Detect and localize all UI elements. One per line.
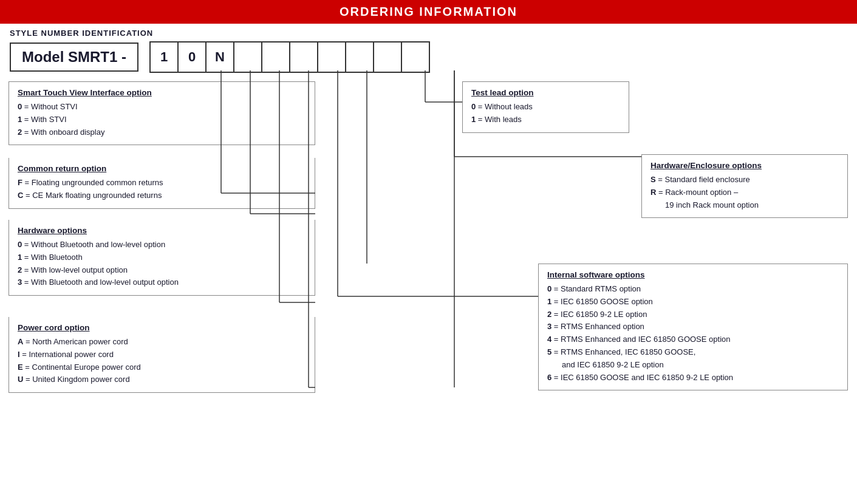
hw-desc-3: = With Bluetooth and low-level output op… (24, 278, 179, 287)
page-header: ORDERING INFORMATION (0, 0, 857, 24)
enclosure-desc-r: = Rack-mount option – (658, 188, 738, 197)
smart-touch-view-title: Smart Touch View Interface option (18, 88, 306, 97)
power-desc-i: = International power cord (22, 350, 114, 359)
digit-8 (345, 41, 374, 73)
hw-item-1: 1 = With Bluetooth (18, 251, 306, 264)
hw-item-3: 3 = With Bluetooth and low-level output … (18, 276, 306, 289)
common-return-desc-f: = Floating ungrounded common returns (25, 178, 163, 187)
digit-1: 1 (149, 41, 179, 73)
digit-2: 0 (177, 41, 207, 73)
internal-sw-title: Internal software options (547, 270, 839, 279)
digit-3: N (205, 41, 234, 73)
sw-desc-3: = RTMS Enhanced option (554, 322, 644, 331)
sw-key-5: 5 (547, 347, 551, 356)
sw-desc-4: = RTMS Enhanced and IEC 61850 GOOSE opti… (554, 335, 731, 344)
sw-desc-0: = Standard RTMS option (554, 284, 641, 293)
power-desc-e: = Continental Europe power cord (25, 363, 140, 372)
sw-key-3: 3 (547, 322, 551, 331)
enclosure-item-s: S = Standard field enclosure (650, 174, 839, 186)
style-section: STYLE NUMBER IDENTIFICATION Model SMRT1 … (0, 24, 857, 81)
sw-key-1: 1 (547, 297, 551, 306)
hw-desc-0: = Without Bluetooth and low-level option (24, 240, 165, 249)
stvi-item-0: 0 = Without STVI (18, 101, 306, 114)
internal-sw-box: Internal software options 0 = Standard R… (538, 264, 848, 390)
sw-desc-5: = RTMS Enhanced, IEC 61850 GOOSE, (554, 347, 696, 356)
power-item-u: U = United Kingdom power cord (18, 373, 306, 386)
hw-item-0: 0 = Without Bluetooth and low-level opti… (18, 239, 306, 251)
stvi-item-2: 2 = With onboard display (18, 126, 306, 139)
stvi-key-0: 0 (18, 102, 22, 111)
hw-item-2: 2 = With low-level output option (18, 264, 306, 277)
sw-desc-5-cont: and IEC 61850 9-2 LE option (562, 360, 664, 369)
common-return-desc-c: = CE Mark floating ungrounded returns (26, 191, 162, 200)
sw-key-6: 6 (547, 373, 551, 382)
power-item-e: E = Continental Europe power cord (18, 361, 306, 374)
sw-desc-2: = IEC 61850 9-2 LE option (554, 310, 647, 319)
stvi-desc-0: = Without STVI (24, 102, 78, 111)
common-return-key-f: F (18, 178, 22, 187)
power-desc-a: = North American power cord (26, 337, 128, 346)
common-return-key-c: C (18, 191, 23, 200)
sw-item-0: 0 = Standard RTMS option (547, 283, 839, 296)
model-prefix: Model SMRT1 - (10, 43, 138, 72)
stvi-desc-2: = With onboard display (24, 128, 105, 137)
style-number-label: STYLE NUMBER IDENTIFICATION (10, 29, 847, 38)
hardware-options-title: Hardware options (18, 226, 306, 235)
common-return-box: Common return option F = Floating ungrou… (9, 158, 315, 209)
test-lead-desc-1: = With leads (478, 115, 522, 124)
sw-item-1: 1 = IEC 61850 GOOSE option (547, 296, 839, 308)
digit-9 (373, 41, 402, 73)
stvi-desc-1: = With STVI (24, 115, 67, 124)
sw-item-3: 3 = RTMS Enhanced option (547, 321, 839, 333)
hw-key-0: 0 (18, 240, 22, 249)
sw-item-6: 6 = IEC 61850 GOOSE and IEC 61850 9-2 LE… (547, 372, 839, 384)
test-lead-key-0: 0 (471, 102, 476, 111)
test-lead-item-1: 1 = With leads (471, 114, 620, 126)
sw-key-2: 2 (547, 310, 551, 319)
enclosure-desc-s: = Standard field enclosure (658, 175, 749, 184)
digit-7 (317, 41, 346, 73)
sw-key-4: 4 (547, 335, 551, 344)
model-row: Model SMRT1 - 1 0 N (10, 41, 847, 73)
enclosure-key-r: R (650, 188, 656, 197)
digit-4 (233, 41, 262, 73)
enclosure-item-r-cont: 19 inch Rack mount option (650, 199, 839, 212)
test-lead-item-0: 0 = Without leads (471, 101, 620, 114)
sw-key-0: 0 (547, 284, 551, 293)
test-lead-key-1: 1 (471, 115, 476, 124)
power-key-a: A (18, 337, 23, 346)
sw-item-4: 4 = RTMS Enhanced and IEC 61850 GOOSE op… (547, 333, 839, 346)
power-item-i: I = International power cord (18, 349, 306, 361)
sw-item-2: 2 = IEC 61850 9-2 LE option (547, 308, 839, 321)
stvi-item-1: 1 = With STVI (18, 114, 306, 126)
hw-desc-2: = With low-level output option (24, 265, 128, 274)
common-return-title: Common return option (18, 164, 306, 173)
common-return-item-c: C = CE Mark floating ungrounded returns (18, 189, 306, 202)
hw-desc-1: = With Bluetooth (24, 253, 83, 262)
digit-5 (261, 41, 290, 73)
page-title: ORDERING INFORMATION (340, 5, 517, 18)
power-desc-u: = United Kingdom power cord (26, 375, 130, 384)
digit-10 (401, 41, 430, 73)
main-content: Smart Touch View Interface option 0 = Wi… (0, 81, 857, 494)
test-lead-title: Test lead option (471, 88, 620, 97)
power-cord-box: Power cord option A = North American pow… (9, 317, 315, 393)
common-return-item-f: F = Floating ungrounded common returns (18, 177, 306, 189)
sw-item-5-cont: and IEC 61850 9-2 LE option (547, 359, 839, 372)
test-lead-box: Test lead option 0 = Without leads 1 = W… (462, 81, 629, 133)
sw-desc-1: = IEC 61850 GOOSE option (554, 297, 653, 306)
power-cord-title: Power cord option (18, 323, 306, 332)
hw-key-1: 1 (18, 253, 22, 262)
enclosure-item-r: R = Rack-mount option – (650, 186, 839, 199)
power-key-i: I (18, 350, 20, 359)
hw-enclosure-box: Hardware/Enclosure options S = Standard … (641, 154, 848, 218)
smart-touch-view-box: Smart Touch View Interface option 0 = Wi… (9, 81, 315, 145)
test-lead-desc-0: = Without leads (478, 102, 533, 111)
enclosure-key-s: S (650, 175, 656, 184)
sw-desc-6: = IEC 61850 GOOSE and IEC 61850 9-2 LE o… (554, 373, 733, 382)
power-key-e: E (18, 363, 23, 372)
enclosure-desc-r-cont: 19 inch Rack mount option (665, 200, 759, 209)
hw-key-2: 2 (18, 265, 22, 274)
power-item-a: A = North American power cord (18, 336, 306, 349)
stvi-key-1: 1 (18, 115, 22, 124)
